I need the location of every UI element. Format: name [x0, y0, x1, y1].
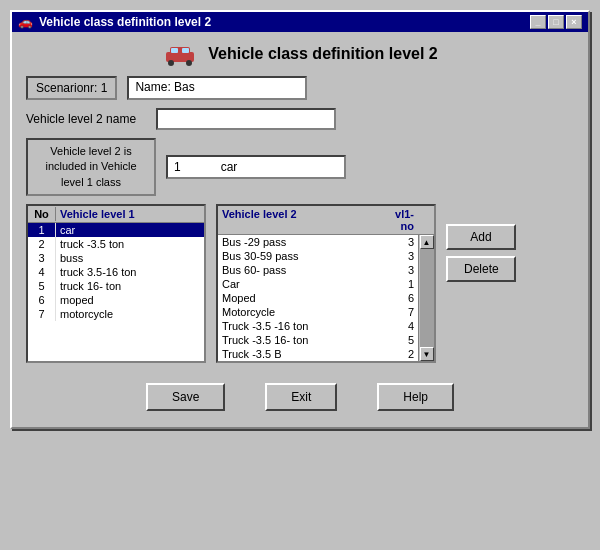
page-heading: Vehicle class definition level 2 — [208, 45, 437, 63]
scenario-name-row: Scenarionr: 1 Name: Bas — [26, 76, 574, 100]
maximize-button[interactable]: □ — [548, 15, 564, 29]
row-vl2-name: Bus -29 pass — [218, 235, 378, 249]
row-vl2-name: Truck -3.5 -16 ton — [218, 319, 378, 333]
action-buttons: Add Delete — [446, 204, 516, 363]
row-vl1no: 6 — [378, 291, 418, 305]
left-col-no-header: No — [28, 207, 56, 221]
help-button[interactable]: Help — [377, 383, 454, 411]
svg-rect-5 — [182, 48, 189, 53]
left-table-row[interactable]: 7 motorcycle — [28, 307, 204, 321]
right-col-vl2-header: Vehicle level 2 — [218, 207, 378, 233]
car-display-number: 1 — [174, 160, 181, 174]
vl2-name-label: Vehicle level 2 name — [26, 112, 146, 126]
left-col-name-header: Vehicle level 1 — [56, 207, 204, 221]
left-table-row[interactable]: 6 moped — [28, 293, 204, 307]
row-name: truck -3.5 ton — [56, 237, 204, 251]
main-window: 🚗 Vehicle class definition level 2 _ □ ×… — [10, 10, 590, 429]
save-button[interactable]: Save — [146, 383, 225, 411]
svg-point-2 — [168, 60, 174, 66]
row-vl2-name: Truck -3.5 16- ton — [218, 333, 378, 347]
right-table-row[interactable]: Motorcycle 7 — [218, 305, 418, 319]
vl2-name-row: Vehicle level 2 name — [26, 108, 574, 130]
window-title: Vehicle class definition level 2 — [39, 15, 211, 29]
name-input[interactable]: Name: Bas — [127, 76, 307, 100]
tables-section: No Vehicle level 1 1 car 2 truck -3.5 to… — [26, 204, 574, 363]
car-display-name: car — [221, 160, 238, 174]
svg-rect-4 — [171, 48, 178, 53]
scroll-up-btn[interactable]: ▲ — [420, 235, 434, 249]
right-table-inner: Bus -29 pass 3 Bus 30-59 pass 3 Bus 60- … — [218, 235, 434, 361]
minimize-button[interactable]: _ — [530, 15, 546, 29]
included-box: Vehicle level 2 is included in Vehicle l… — [26, 138, 156, 196]
row-no: 5 — [28, 279, 56, 293]
right-table: Vehicle level 2 vl1-no Bus -29 pass 3 Bu… — [216, 204, 436, 363]
bottom-buttons: Save Exit Help — [26, 373, 574, 417]
row-vl1no: 5 — [378, 333, 418, 347]
right-table-row[interactable]: Bus -29 pass 3 — [218, 235, 418, 249]
window-icon: 🚗 — [18, 15, 33, 29]
row-name: truck 3.5-16 ton — [56, 265, 204, 279]
left-table-body: 1 car 2 truck -3.5 ton 3 buss 4 truck 3.… — [28, 223, 204, 321]
delete-button[interactable]: Delete — [446, 256, 516, 282]
exit-button[interactable]: Exit — [265, 383, 337, 411]
row-vl2-name: Bus 60- pass — [218, 263, 378, 277]
row-vl2-name: Bus 30-59 pass — [218, 249, 378, 263]
car-display: 1 car — [166, 155, 346, 179]
scenario-label: Scenarionr: 1 — [26, 76, 117, 100]
right-table-row[interactable]: Truck -3.5 16- ton 5 — [218, 333, 418, 347]
add-button[interactable]: Add — [446, 224, 516, 250]
right-table-row[interactable]: Moped 6 — [218, 291, 418, 305]
right-col-vl1no-header: vl1-no — [378, 207, 418, 233]
row-name: buss — [56, 251, 204, 265]
right-table-body: Bus -29 pass 3 Bus 30-59 pass 3 Bus 60- … — [218, 235, 418, 361]
row-vl2-name: Car — [218, 277, 378, 291]
right-table-row[interactable]: Truck -3.5 -16 ton 4 — [218, 319, 418, 333]
row-vl1no: 1 — [378, 277, 418, 291]
row-vl2-name: Truck -3.5 B — [218, 347, 378, 361]
vl2-name-input[interactable] — [156, 108, 336, 130]
right-table-row[interactable]: Bus 60- pass 3 — [218, 263, 418, 277]
row-no: 6 — [28, 293, 56, 307]
right-table-header: Vehicle level 2 vl1-no — [218, 206, 434, 235]
left-table-header: No Vehicle level 1 — [28, 206, 204, 223]
left-table-row[interactable]: 5 truck 16- ton — [28, 279, 204, 293]
left-table-row[interactable]: 3 buss — [28, 251, 204, 265]
row-vl2-name: Moped — [218, 291, 378, 305]
row-no: 1 — [28, 223, 56, 237]
left-table: No Vehicle level 1 1 car 2 truck -3.5 to… — [26, 204, 206, 363]
right-table-scrollbar[interactable]: ▲ ▼ — [418, 235, 434, 361]
left-table-row[interactable]: 1 car — [28, 223, 204, 237]
right-table-row[interactable]: Truck -3.5 B 2 — [218, 347, 418, 361]
left-table-row[interactable]: 2 truck -3.5 ton — [28, 237, 204, 251]
row-vl1no: 2 — [378, 347, 418, 361]
content-area: Vehicle class definition level 2 Scenari… — [12, 32, 588, 427]
row-name: truck 16- ton — [56, 279, 204, 293]
row-name: car — [56, 223, 204, 237]
page-title-row: Vehicle class definition level 2 — [26, 42, 574, 66]
scroll-track — [420, 249, 434, 347]
row-no: 4 — [28, 265, 56, 279]
right-table-row[interactable]: Bus 30-59 pass 3 — [218, 249, 418, 263]
row-no: 2 — [28, 237, 56, 251]
row-vl1no: 3 — [378, 235, 418, 249]
row-vl1no: 4 — [378, 319, 418, 333]
right-table-row[interactable]: Car 1 — [218, 277, 418, 291]
row-vl2-name: Motorcycle — [218, 305, 378, 319]
row-name: moped — [56, 293, 204, 307]
row-vl1no: 3 — [378, 249, 418, 263]
scroll-down-btn[interactable]: ▼ — [420, 347, 434, 361]
svg-point-3 — [186, 60, 192, 66]
row-vl1no: 7 — [378, 305, 418, 319]
included-row: Vehicle level 2 is included in Vehicle l… — [26, 138, 574, 196]
car-icon — [162, 42, 198, 66]
left-table-row[interactable]: 4 truck 3.5-16 ton — [28, 265, 204, 279]
close-button[interactable]: × — [566, 15, 582, 29]
row-name: motorcycle — [56, 307, 204, 321]
row-no: 3 — [28, 251, 56, 265]
title-bar: 🚗 Vehicle class definition level 2 _ □ × — [12, 12, 588, 32]
title-bar-buttons: _ □ × — [530, 15, 582, 29]
row-vl1no: 3 — [378, 263, 418, 277]
row-no: 7 — [28, 307, 56, 321]
